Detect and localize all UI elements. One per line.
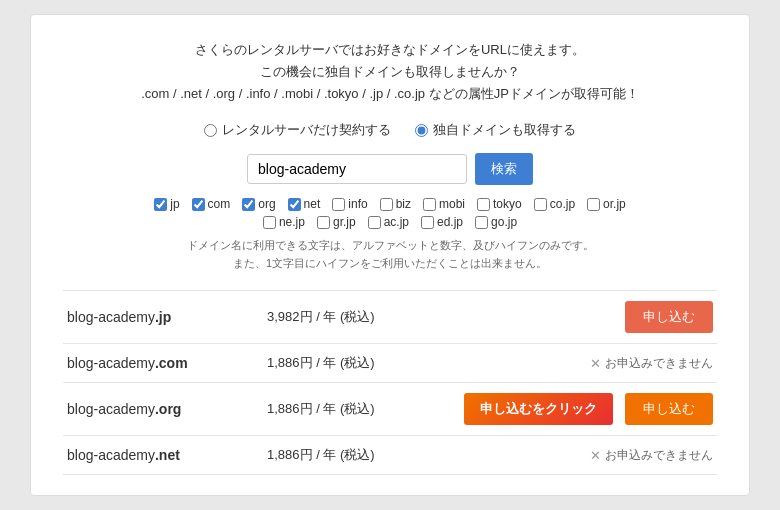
search-row: 検索 <box>63 153 717 185</box>
cb-net[interactable]: net <box>288 197 321 211</box>
cb-cojp[interactable]: co.jp <box>534 197 575 211</box>
search-button[interactable]: 検索 <box>475 153 533 185</box>
intro-section: さくらのレンタルサーバではお好きなドメインをURLに使えます。 この機会に独自ド… <box>63 39 717 105</box>
results-list: blog-academy.jp 3,982円 / 年 (税込) 申し込む blo… <box>63 290 717 475</box>
cb-edjp[interactable]: ed.jp <box>421 215 463 229</box>
result-row-jp: blog-academy.jp 3,982円 / 年 (税込) 申し込む <box>63 290 717 343</box>
domain-jp: blog-academy.jp <box>67 309 267 325</box>
cb-acjp[interactable]: ac.jp <box>368 215 409 229</box>
intro-line3: .com / .net / .org / .info / .mobi / .to… <box>63 83 717 105</box>
intro-line2: この機会に独自ドメインも取得しませんか？ <box>63 61 717 83</box>
action-com: ✕ お申込みできません <box>447 355 713 372</box>
unavailable-com: ✕ お申込みできません <box>590 355 713 372</box>
cb-com[interactable]: com <box>192 197 231 211</box>
radio-group: レンタルサーバだけ契約する 独自ドメインも取得する <box>63 121 717 139</box>
price-com: 1,886円 / 年 (税込) <box>267 354 447 372</box>
domain-com: blog-academy.com <box>67 355 267 371</box>
cb-tokyo[interactable]: tokyo <box>477 197 522 211</box>
checkbox-row1: jp com org net info biz mobi tokyo co.jp… <box>63 197 717 211</box>
radio-option1[interactable]: レンタルサーバだけ契約する <box>204 121 391 139</box>
radio-option2[interactable]: 独自ドメインも取得する <box>415 121 576 139</box>
cb-info[interactable]: info <box>332 197 367 211</box>
action-org: 申し込むをクリック 申し込む <box>447 393 713 425</box>
apply-btn-jp[interactable]: 申し込む <box>625 301 713 333</box>
domain-net: blog-academy.net <box>67 447 267 463</box>
unavailable-net: ✕ お申込みできません <box>590 447 713 464</box>
x-icon-com: ✕ <box>590 356 601 371</box>
price-jp: 3,982円 / 年 (税込) <box>267 308 447 326</box>
cb-orjp[interactable]: or.jp <box>587 197 626 211</box>
price-net: 1,886円 / 年 (税込) <box>267 446 447 464</box>
cb-mobi[interactable]: mobi <box>423 197 465 211</box>
tooltip-btn-org[interactable]: 申し込むをクリック <box>464 393 613 425</box>
result-row-net: blog-academy.net 1,886円 / 年 (税込) ✕ お申込みで… <box>63 435 717 475</box>
checkbox-area: jp com org net info biz mobi tokyo co.jp… <box>63 197 717 229</box>
intro-line1: さくらのレンタルサーバではお好きなドメインをURLに使えます。 <box>63 39 717 61</box>
result-row-org: blog-academy.org 1,886円 / 年 (税込) 申し込むをクリ… <box>63 382 717 435</box>
search-input[interactable] <box>247 154 467 184</box>
apply-btn-org[interactable]: 申し込む <box>625 393 713 425</box>
cb-org[interactable]: org <box>242 197 275 211</box>
price-org: 1,886円 / 年 (税込) <box>267 400 447 418</box>
cb-jp[interactable]: jp <box>154 197 179 211</box>
cb-gojp[interactable]: go.jp <box>475 215 517 229</box>
cb-nejp[interactable]: ne.jp <box>263 215 305 229</box>
domain-org: blog-academy.org <box>67 401 267 417</box>
notice-text: ドメイン名に利用できる文字は、アルファベットと数字、及びハイフンのみです。 また… <box>63 237 717 272</box>
x-icon-net: ✕ <box>590 448 601 463</box>
cb-grjp[interactable]: gr.jp <box>317 215 356 229</box>
main-card: さくらのレンタルサーバではお好きなドメインをURLに使えます。 この機会に独自ド… <box>30 14 750 496</box>
action-net: ✕ お申込みできません <box>447 447 713 464</box>
action-jp: 申し込む <box>447 301 713 333</box>
cb-biz[interactable]: biz <box>380 197 411 211</box>
result-row-com: blog-academy.com 1,886円 / 年 (税込) ✕ お申込みで… <box>63 343 717 382</box>
checkbox-row2: ne.jp gr.jp ac.jp ed.jp go.jp <box>63 215 717 229</box>
